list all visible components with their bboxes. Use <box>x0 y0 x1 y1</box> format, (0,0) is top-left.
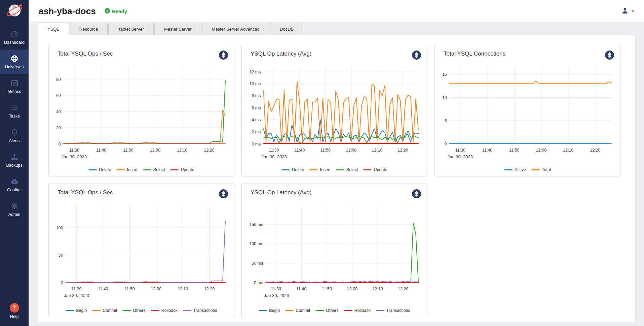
sidebar-item-admin[interactable]: Admin <box>0 197 29 222</box>
sidebar-item-label: Help <box>10 314 19 319</box>
main-content: YSQL Resource Tablet Server Master Serve… <box>29 22 644 326</box>
svg-text:0 ms: 0 ms <box>254 281 263 285</box>
legend-label: Select <box>153 167 165 172</box>
legend-swatch <box>122 310 131 311</box>
svg-text:12:20: 12:20 <box>398 287 408 291</box>
tab-docdb[interactable]: DocDB <box>270 23 303 35</box>
svg-text:11:40: 11:40 <box>295 148 305 153</box>
help-icon: ? <box>10 303 19 313</box>
sidebar-item-label: Dashboard <box>4 40 25 45</box>
svg-text:11:30: 11:30 <box>69 148 79 153</box>
legend-item-commit[interactable]: Commit <box>92 308 117 313</box>
legend-item-rollback[interactable]: Rollback <box>344 308 371 313</box>
legend-item-update[interactable]: Update <box>363 167 387 172</box>
sidebar-item-tasks[interactable]: Tasks <box>0 99 29 123</box>
prometheus-icon[interactable] <box>605 51 614 60</box>
legend-label: Insert <box>320 167 330 172</box>
user-menu[interactable]: ▾ <box>621 7 634 16</box>
legend-label: Total <box>542 167 551 172</box>
svg-text:0 ms: 0 ms <box>252 142 261 146</box>
sidebar-item-help[interactable]: ? Help <box>0 299 29 323</box>
svg-text:11:40: 11:40 <box>96 148 106 153</box>
sidebar-item-alerts[interactable]: Alerts <box>0 123 29 148</box>
svg-text:12:20: 12:20 <box>204 287 215 291</box>
legend-item-update[interactable]: Update <box>170 167 194 172</box>
legend-label: Update <box>181 167 194 172</box>
legend-item-active[interactable]: Active <box>504 167 526 172</box>
legend-item-transactions[interactable]: Transactions <box>183 308 217 313</box>
legend-item-select[interactable]: Select <box>336 167 358 172</box>
legend-label: Transactions <box>386 308 410 313</box>
chart-svg: 11:3011:4011:5012:0012:1012:200 ms2 ms4 … <box>246 61 423 162</box>
legend-label: Active <box>515 167 526 172</box>
sidebar-item-metrics[interactable]: Metrics <box>0 74 29 99</box>
legend-label: Insert <box>127 167 137 172</box>
svg-text:20: 20 <box>56 126 61 130</box>
tasks-list-icon <box>10 103 19 112</box>
legend-swatch <box>281 169 290 170</box>
chart-plot: 11:3011:4011:5012:0012:1012:20051015Jan … <box>439 61 616 163</box>
sidebar-item-configs[interactable]: Configs <box>0 172 29 197</box>
tab-tablet-server[interactable]: Tablet Server <box>108 23 154 35</box>
svg-text:11:30: 11:30 <box>271 287 281 291</box>
svg-text:0: 0 <box>61 281 63 285</box>
legend-item-insert[interactable]: Insert <box>309 167 330 172</box>
series-line-others <box>266 223 418 283</box>
status-label: Ready <box>112 8 127 14</box>
tab-ysql[interactable]: YSQL <box>38 23 69 35</box>
legend-item-commit[interactable]: Commit <box>285 308 310 313</box>
backups-upload-icon <box>10 153 19 161</box>
legend-swatch <box>376 310 384 311</box>
svg-text:11:50: 11:50 <box>123 148 133 153</box>
legend-swatch <box>344 310 352 311</box>
chart-legend: DeleteInsertSelectUpdate <box>53 167 230 173</box>
legend-item-begin[interactable]: Begin <box>259 308 280 313</box>
legend-item-others[interactable]: Others <box>315 308 339 313</box>
svg-text:12:00: 12:00 <box>536 148 546 153</box>
sidebar-item-label: Admin <box>8 212 20 217</box>
svg-text:Jan 30, 2023: Jan 30, 2023 <box>448 154 473 159</box>
legend-item-select[interactable]: Select <box>143 167 165 172</box>
legend-swatch <box>143 169 151 170</box>
tab-master-server-advanced[interactable]: Master Server Advanced <box>202 23 269 35</box>
svg-text:12:10: 12:10 <box>563 148 573 153</box>
tab-master-server[interactable]: Master Server <box>154 23 201 35</box>
svg-text:0: 0 <box>445 142 447 146</box>
svg-text:11:30: 11:30 <box>455 148 465 153</box>
svg-text:12:10: 12:10 <box>178 287 188 291</box>
svg-text:11:30: 11:30 <box>71 287 81 291</box>
app-logo-icon[interactable] <box>5 2 24 22</box>
prometheus-icon[interactable] <box>219 51 228 60</box>
check-circle-icon <box>105 8 110 14</box>
sidebar-item-backups[interactable]: Backups <box>0 148 29 172</box>
sidebar-item-dashboard[interactable]: Dashboard <box>0 25 29 50</box>
chart-svg: 11:3011:4011:5012:0012:1012:20020406080J… <box>53 61 230 162</box>
prometheus-icon[interactable] <box>412 51 421 60</box>
svg-text:11:50: 11:50 <box>509 148 519 153</box>
legend-label: Commit <box>103 308 117 313</box>
tab-resource[interactable]: Resource <box>70 23 108 35</box>
legend-label: Rollback <box>354 308 371 313</box>
prometheus-icon[interactable] <box>219 189 228 198</box>
sidebar-item-universes[interactable]: Universes <box>0 50 29 74</box>
legend-item-others[interactable]: Others <box>122 308 146 313</box>
legend-swatch <box>116 169 125 170</box>
legend-item-total[interactable]: Total <box>531 167 551 172</box>
legend-item-insert[interactable]: Insert <box>116 167 137 172</box>
svg-text:11:40: 11:40 <box>482 148 492 153</box>
chart-title: YSQL Op Latency (Avg) <box>251 189 311 196</box>
charts-row-1: Total YSQL Ops / Sec 11:3011:4011:5012:0… <box>48 45 635 176</box>
legend-item-delete[interactable]: Delete <box>281 167 304 172</box>
charts-row-2: Total YSQL Ops / Sec 11:3011:4011:5012:0… <box>48 184 635 317</box>
legend-label: Delete <box>99 167 111 172</box>
legend-item-rollback[interactable]: Rollback <box>151 308 178 313</box>
legend-item-delete[interactable]: Delete <box>88 167 111 172</box>
legend-item-begin[interactable]: Begin <box>66 308 87 313</box>
chart-panel-total-ysql-connections: Total YSQL Connections 11:3011:4011:5012… <box>434 45 620 176</box>
svg-text:80: 80 <box>56 77 61 82</box>
chart-legend: BeginCommitOthersRollbackTransactions <box>53 308 230 314</box>
series-line-transactions <box>66 221 225 283</box>
svg-text:12 ms: 12 ms <box>249 70 261 74</box>
legend-item-transactions[interactable]: Transactions <box>376 308 410 313</box>
prometheus-icon[interactable] <box>412 189 421 198</box>
